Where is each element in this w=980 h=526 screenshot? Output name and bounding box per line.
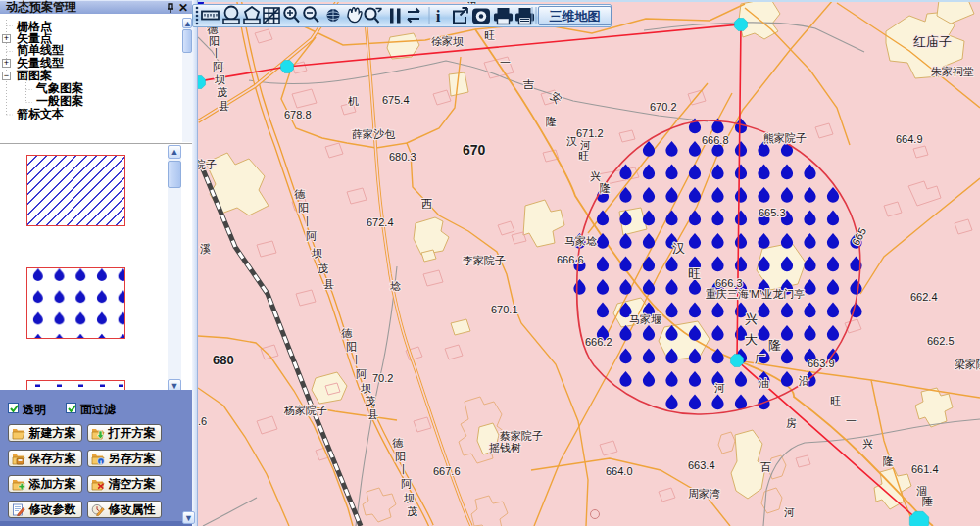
- svg-text:666.8: 666.8: [702, 134, 729, 146]
- svg-text:机: 机: [348, 95, 359, 107]
- svg-text:阳: 阳: [298, 202, 309, 214]
- svg-text:一: 一: [500, 57, 511, 69]
- svg-text:旺: 旺: [830, 395, 841, 406]
- svg-text:丨: 丨: [302, 215, 313, 227]
- svg-text:隆: 隆: [883, 455, 894, 467]
- svg-text:70.2: 70.2: [372, 372, 393, 384]
- svg-text:兴: 兴: [590, 170, 601, 182]
- svg-text:坝: 坝: [312, 247, 322, 259]
- svg-text:茂: 茂: [365, 395, 375, 406]
- svg-text:李家院子: 李家院子: [463, 255, 506, 266]
- svg-text:672.4: 672.4: [367, 216, 394, 228]
- svg-text:隆: 隆: [768, 338, 781, 353]
- svg-text:坝: 坝: [404, 492, 415, 503]
- svg-text:德: 德: [341, 327, 353, 339]
- svg-text:河: 河: [784, 506, 795, 518]
- svg-text:厂: 厂: [755, 354, 765, 365]
- svg-text:德: 德: [294, 188, 306, 200]
- svg-text:朱家祠堂: 朱家祠堂: [931, 66, 974, 77]
- svg-text:县: 县: [368, 408, 378, 420]
- svg-text:兴: 兴: [745, 311, 758, 326]
- svg-text:汉: 汉: [566, 135, 577, 147]
- svg-text:旺: 旺: [688, 266, 701, 281]
- svg-text:664.0: 664.0: [606, 465, 633, 477]
- svg-text:杨家院子: 杨家院子: [283, 405, 327, 416]
- svg-text:油: 油: [759, 377, 769, 389]
- svg-text:旺: 旺: [578, 150, 589, 162]
- svg-text:663.4: 663.4: [688, 459, 715, 471]
- svg-text:县: 县: [323, 278, 334, 290]
- svg-text:县: 县: [219, 100, 229, 112]
- svg-text:680.3: 680.3: [389, 151, 416, 163]
- svg-text:茂: 茂: [407, 505, 417, 517]
- svg-text:茂: 茂: [318, 263, 328, 274]
- svg-text:670: 670: [463, 142, 486, 158]
- svg-text:隆: 隆: [600, 182, 611, 194]
- svg-text:旺: 旺: [484, 29, 495, 41]
- svg-text:家院子: 家院子: [198, 159, 217, 170]
- svg-text:阿: 阿: [356, 368, 367, 380]
- svg-text:溪: 溪: [200, 243, 211, 255]
- svg-text:阿: 阿: [213, 61, 223, 72]
- svg-text:梁家陵: 梁家陵: [955, 359, 980, 370]
- svg-text:662.5: 662.5: [927, 335, 955, 347]
- svg-text:阳: 阳: [395, 451, 406, 462]
- svg-text:房: 房: [786, 417, 797, 429]
- svg-text:680: 680: [213, 353, 234, 367]
- svg-text:隆: 隆: [546, 116, 557, 127]
- svg-text:阿: 阿: [306, 230, 317, 242]
- svg-text:678.8: 678.8: [284, 109, 312, 120]
- svg-text:670.2: 670.2: [650, 101, 677, 113]
- svg-text:埝: 埝: [390, 280, 401, 292]
- svg-text:阳: 阳: [209, 35, 220, 47]
- svg-text:670.1: 670.1: [491, 304, 518, 315]
- svg-text:663.9: 663.9: [808, 358, 835, 369]
- svg-text:666.6: 666.6: [557, 254, 584, 265]
- svg-text:丨: 丨: [398, 463, 409, 475]
- svg-text:675.4: 675.4: [382, 94, 410, 106]
- svg-text:马家埝: 马家埝: [564, 235, 597, 247]
- svg-text:坝: 坝: [361, 382, 371, 394]
- svg-text:666.2: 666.2: [585, 336, 612, 348]
- svg-text:红庙子: 红庙子: [913, 34, 952, 49]
- svg-text:665.3: 665.3: [759, 207, 786, 218]
- svg-text:.6: .6: [198, 415, 207, 427]
- svg-text:661.4: 661.4: [911, 463, 939, 475]
- svg-text:河: 河: [714, 382, 725, 394]
- svg-text:阿: 阿: [401, 478, 412, 490]
- svg-text:一: 一: [846, 415, 857, 427]
- svg-text:马家堰: 马家堰: [629, 313, 662, 325]
- svg-text:坝: 坝: [215, 73, 225, 85]
- svg-text:i: i: [436, 7, 441, 25]
- svg-text:陲: 陲: [922, 496, 933, 507]
- svg-text:沿: 沿: [798, 375, 809, 387]
- svg-text:薛家沙包: 薛家沙包: [352, 128, 396, 140]
- svg-text:茂: 茂: [217, 86, 227, 98]
- svg-text:667.6: 667.6: [433, 465, 461, 477]
- svg-text:德: 德: [392, 437, 404, 449]
- svg-text:兴: 兴: [862, 438, 873, 450]
- svg-text:丨: 丨: [211, 47, 221, 59]
- svg-text:蔡家院子: 蔡家院子: [500, 430, 543, 442]
- svg-text:百: 百: [760, 461, 771, 473]
- svg-text:西: 西: [421, 198, 432, 210]
- svg-text:664.9: 664.9: [896, 133, 923, 145]
- svg-text:徐家坝: 徐家坝: [431, 35, 464, 47]
- svg-text:熊家院子: 熊家院子: [763, 132, 807, 144]
- svg-text:吉: 吉: [522, 78, 534, 90]
- svg-text:i: i: [100, 458, 102, 465]
- svg-text:大: 大: [745, 332, 758, 347]
- svg-text:662.4: 662.4: [910, 291, 938, 303]
- svg-text:重庆三海'M'业龙门亭: 重庆三海'M'业龙门亭: [706, 288, 805, 300]
- svg-text:周家湾: 周家湾: [688, 488, 720, 500]
- svg-text:丨: 丨: [351, 354, 362, 365]
- svg-text:摇钱树: 摇钱树: [489, 442, 521, 454]
- svg-text:671.2: 671.2: [576, 127, 604, 139]
- svg-text:阳: 阳: [346, 341, 357, 353]
- svg-text:汉: 汉: [672, 241, 685, 256]
